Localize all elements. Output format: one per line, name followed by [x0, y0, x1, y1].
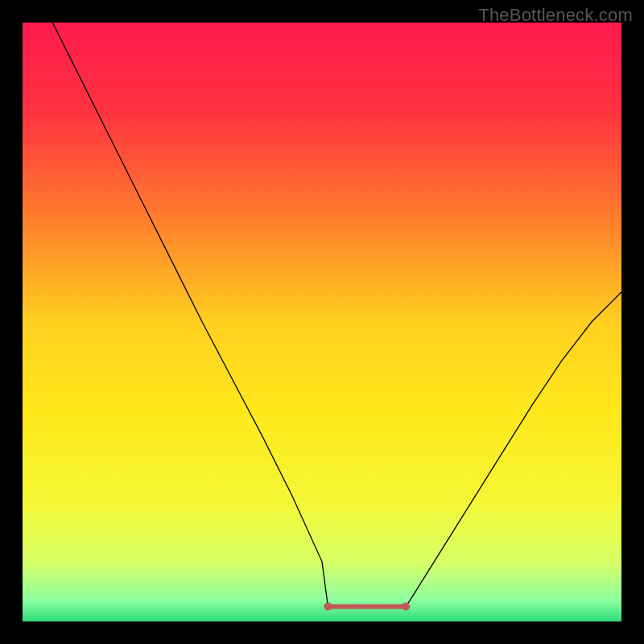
bottleneck-curve — [52, 23, 621, 606]
plot-area — [23, 23, 621, 621]
bottleneck-curve-svg — [23, 23, 621, 621]
flat-segment-dot — [402, 602, 410, 610]
flat-segment-dot — [324, 602, 332, 610]
chart-root: TheBottleneck.com — [0, 0, 644, 644]
